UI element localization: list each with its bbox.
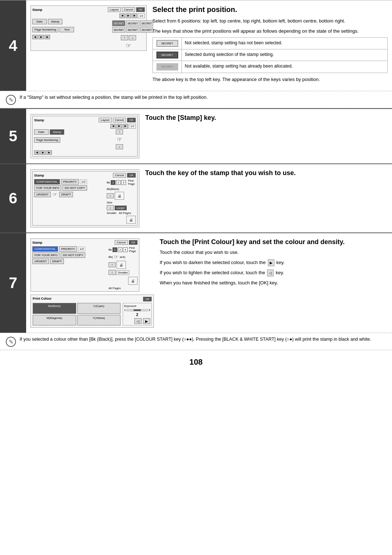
cancel-btn-6[interactable]: Cancel bbox=[113, 173, 126, 178]
page-number: 108 bbox=[0, 350, 392, 370]
lighten-btn[interactable]: ◁ bbox=[134, 318, 142, 324]
stamp-state-1: SECRET Not selected, stamp setting has n… bbox=[153, 38, 388, 49]
page-numbering-key-5[interactable]: Page Numbering bbox=[34, 137, 60, 143]
stamp-key-active: SECRET bbox=[156, 52, 178, 58]
cancel-btn-7a[interactable]: Cancel bbox=[115, 240, 128, 245]
confidential-key[interactable]: CONFIDENTIAL bbox=[34, 179, 60, 185]
ok-btn-6[interactable]: OK bbox=[127, 173, 136, 178]
page-numbering-key-4[interactable]: Page Numbering bbox=[32, 27, 58, 32]
date-key-5[interactable]: Date bbox=[34, 129, 49, 135]
stamp-key-normal: SECRET bbox=[156, 40, 178, 47]
print-colour-screen: Print Colour OK Bk(Black) C(Cyan) M(Mage… bbox=[30, 295, 154, 328]
do-not-copy-key[interactable]: DO NOT COPY bbox=[62, 185, 87, 191]
screen-btn-group-4: Layout Cancel OK bbox=[108, 7, 145, 12]
screen-top-bar-5: Stamp Layout Cancel OK bbox=[34, 118, 136, 122]
step-number-5: 5 bbox=[9, 127, 17, 145]
step-number-col-4: 4 bbox=[0, 0, 26, 91]
pos-bl[interactable]: SECRET bbox=[112, 27, 125, 33]
print-colour-label: Print Colour bbox=[33, 297, 52, 301]
pc-keys: Bk(Black) C(Cyan) M(Magenta) Y(Yellow) bbox=[33, 303, 121, 325]
stamp-state-3: SECRET Not available, stamp setting has … bbox=[153, 61, 388, 73]
exposure-label: Exposure bbox=[124, 304, 150, 308]
m-magenta-key[interactable]: M(Magenta) bbox=[33, 315, 76, 326]
urgent-key[interactable]: URGENT bbox=[34, 192, 51, 197]
section5-title: Touch the [Stamp] key. bbox=[145, 114, 388, 122]
section-4: 4 Stamp Layout Cancel OK ◀ bbox=[0, 0, 392, 91]
draft-key[interactable]: DRAFT bbox=[59, 192, 73, 197]
screen-right-5: ↑ ☞ ↓ bbox=[103, 129, 136, 149]
section7-desc1: Touch the colour that you wish to use. bbox=[160, 249, 388, 256]
step-number-col-6: 6 bbox=[0, 164, 26, 232]
page-counter-5: 1/2 bbox=[129, 124, 136, 129]
section-5: 5 Stamp Layout Cancel OK ◀ ▶ bbox=[0, 108, 392, 163]
section7-desc4: When you have finished the settings, tou… bbox=[160, 279, 388, 287]
priority-key[interactable]: PRIORITY bbox=[61, 179, 79, 185]
section4-desc1: Select from 6 positions: top left, top c… bbox=[152, 17, 388, 25]
section6-text: Touch the key of the stamp that you wish… bbox=[145, 169, 388, 180]
ok-btn-5[interactable]: OK bbox=[127, 118, 136, 122]
section7-desc3: If you wish to lighten the selected colo… bbox=[160, 269, 388, 276]
first-page-label: First Page bbox=[128, 179, 136, 186]
cancel-btn-5[interactable]: Cancel bbox=[113, 118, 126, 122]
hand-cursor-4: ☞ bbox=[126, 42, 131, 49]
draft-key-7[interactable]: DRAFT bbox=[50, 259, 64, 264]
stamp-label-4: Stamp bbox=[32, 8, 42, 12]
section7-screen-area: Stamp Cancel OK CONFIDENTIAL PRIORITY 1/… bbox=[30, 238, 154, 328]
pos-tc[interactable]: SECRET bbox=[126, 20, 139, 26]
pos-bc[interactable]: SECRET bbox=[126, 27, 139, 33]
pos-tl[interactable]: SECRET bbox=[112, 20, 125, 26]
page-wrapper: 4 Stamp Layout Cancel OK ◀ bbox=[0, 0, 392, 555]
screen-mockup-5: Stamp Layout Cancel OK ◀ ▶ ▶ 1/2 bbox=[32, 116, 138, 157]
bk-black-label: Bk(Black) bbox=[107, 187, 136, 191]
section5-text: Touch the [Stamp] key. bbox=[145, 114, 388, 125]
ok-btn-7a[interactable]: OK bbox=[129, 240, 138, 245]
urgent-key-7[interactable]: URGENT bbox=[32, 259, 49, 264]
screen-left-5: Date Stamp Page Numbering bbox=[34, 129, 102, 149]
smaller-label: Smaller bbox=[107, 211, 117, 215]
section4-screen: Stamp Layout Cancel OK ◀ ▶ ▶ 1/2 bbox=[30, 5, 147, 51]
y-yellow-key[interactable]: Y(Yellow) bbox=[77, 315, 121, 326]
stamp-key-5[interactable]: Stamp bbox=[50, 129, 64, 135]
s6-left: CONFIDENTIAL PRIORITY 1/2 FOR YOUR INFO … bbox=[34, 179, 105, 224]
section7-desc2: If you wish to darken the selected colou… bbox=[160, 259, 388, 266]
date-key-4[interactable]: Date bbox=[32, 19, 47, 24]
note-bar-1: ✎ If a "Stamp" is set without selecting … bbox=[0, 91, 392, 108]
confidential-key-7[interactable]: CONFIDENTIAL bbox=[32, 246, 58, 252]
layout-btn-4[interactable]: Layout bbox=[108, 7, 121, 12]
c-cyan-key[interactable]: C(Cyan) bbox=[77, 303, 121, 314]
priority-key-7[interactable]: PRIORITY bbox=[59, 246, 77, 252]
larger-label[interactable]: Larger bbox=[115, 206, 127, 210]
nav-row-5: ◀ ▶ ▶ 1/2 bbox=[34, 124, 136, 129]
bk-black-key[interactable]: Bk(Black) bbox=[33, 303, 76, 314]
note-text-1: If a "Stamp" is set without selecting a … bbox=[20, 94, 386, 101]
screen-mockup-6: Stamp Cancel OK CONFIDENTIAL PRIORITY 1/… bbox=[32, 171, 138, 226]
step-content-6: Stamp Cancel OK CONFIDENTIAL PRIORITY 1/… bbox=[26, 164, 392, 232]
for-your-info-key-7[interactable]: FOR YOUR INFO bbox=[32, 252, 60, 258]
hand-cursor-7: ☞ bbox=[114, 254, 119, 260]
stamp-label-7a: Stamp bbox=[32, 241, 42, 244]
section7-text: Touch the [Print Colour] key and set the… bbox=[160, 238, 388, 289]
stamp-state-2-desc: Selected during selection of the stamp s… bbox=[182, 49, 388, 61]
do-not-copy-key-7[interactable]: DO NOT COPY bbox=[61, 252, 85, 258]
for-your-info-key[interactable]: FOR YOUR INFO bbox=[34, 185, 61, 191]
darken-btn[interactable]: ▶ bbox=[143, 318, 150, 324]
text-key-4[interactable]: Text bbox=[60, 27, 74, 32]
lighten-key-inline: ◁ bbox=[267, 270, 274, 276]
screen-body-5: Date Stamp Page Numbering ↑ ☞ ↓ bbox=[34, 129, 136, 149]
layout-btn-5[interactable]: Layout bbox=[99, 118, 112, 122]
step-content-7: Stamp Cancel OK CONFIDENTIAL PRIORITY 1/… bbox=[26, 233, 392, 333]
pc-ok-btn[interactable]: OK bbox=[143, 297, 152, 301]
section-6: 6 Stamp Cancel OK CONFIDENTIAL bbox=[0, 163, 392, 232]
pos-br[interactable]: SECRET bbox=[140, 27, 153, 33]
section4-text: Select the print position. Select from 6… bbox=[152, 5, 388, 86]
stamp-key-4[interactable]: Stamp bbox=[48, 19, 62, 24]
cancel-btn-4[interactable]: Cancel bbox=[122, 7, 135, 12]
note-icon-1: ✎ bbox=[6, 95, 16, 105]
screen-mockup-4: Stamp Layout Cancel OK ◀ ▶ ▶ 1/2 bbox=[30, 5, 147, 51]
section-7: 7 Stamp Cancel OK CONFID bbox=[0, 232, 392, 333]
position-grid-4: SECRET SECRET SECRET SECRET SECRET SECRE… bbox=[112, 20, 145, 33]
ok-btn-4[interactable]: OK bbox=[136, 7, 145, 12]
pos-tr[interactable]: SECRET bbox=[140, 20, 153, 26]
note-icon-2: ✎ bbox=[6, 337, 16, 347]
screen-btn-group-5: Layout Cancel OK bbox=[99, 118, 136, 122]
